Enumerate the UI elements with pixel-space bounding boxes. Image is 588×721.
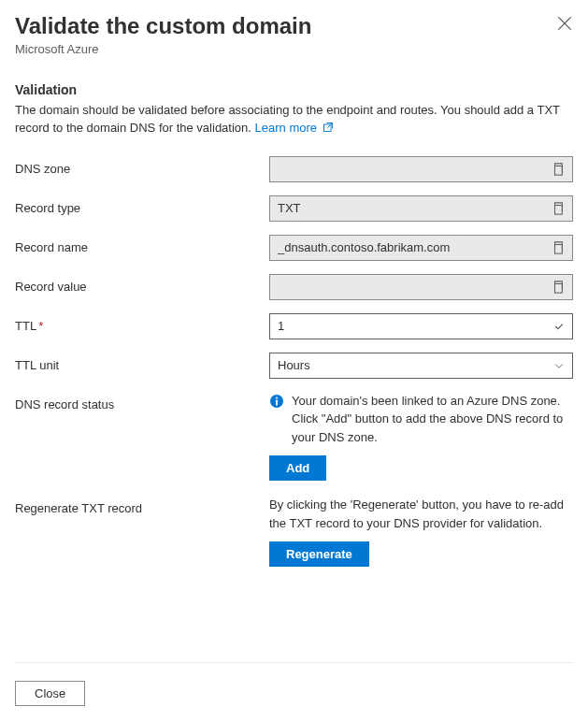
- chevron-down-icon: [553, 360, 565, 371]
- ttl-select[interactable]: 1: [269, 313, 573, 339]
- dns-status-info: Your domain's been linked to an Azure DN…: [269, 392, 573, 447]
- field-dns-status: DNS record status Your domain's been lin…: [15, 392, 573, 482]
- panel-footer: Close: [15, 681, 85, 706]
- ttl-unit-label: TTL unit: [15, 353, 269, 372]
- record-value-input: [269, 274, 573, 300]
- validation-heading: Validation: [15, 82, 573, 97]
- dns-zone-label: DNS zone: [15, 156, 269, 176]
- field-ttl: TTL* 1: [15, 313, 573, 339]
- dns-status-text: Your domain's been linked to an Azure DN…: [292, 392, 573, 447]
- copy-icon[interactable]: [552, 202, 565, 215]
- svg-point-6: [276, 397, 278, 398]
- regenerate-label: Regenerate TXT record: [15, 496, 269, 515]
- svg-rect-1: [555, 166, 563, 175]
- field-record-name: Record name _dnsauth.contoso.fabrikam.co…: [15, 235, 573, 261]
- ttl-label: TTL*: [15, 313, 269, 333]
- panel-header: Validate the custom domain Microsoft Azu…: [15, 13, 573, 56]
- regenerate-description: By clicking the 'Regenerate' button, you…: [269, 496, 573, 532]
- required-indicator: *: [38, 319, 43, 333]
- copy-icon[interactable]: [552, 241, 565, 254]
- field-record-type: Record type TXT: [15, 195, 573, 222]
- ttl-unit-select[interactable]: Hours: [269, 353, 573, 379]
- dns-status-label: DNS record status: [15, 392, 269, 411]
- page-subtitle: Microsoft Azure: [15, 42, 573, 56]
- close-icon[interactable]: [556, 15, 573, 32]
- svg-rect-3: [555, 244, 563, 253]
- record-type-input: TXT: [269, 195, 573, 222]
- copy-icon[interactable]: [552, 281, 565, 294]
- footer-separator: [15, 662, 573, 663]
- field-dns-zone: DNS zone: [15, 156, 573, 182]
- page-title: Validate the custom domain: [15, 13, 573, 40]
- field-record-value: Record value: [15, 274, 573, 300]
- svg-rect-4: [555, 283, 563, 293]
- svg-rect-7: [276, 399, 278, 405]
- record-type-label: Record type: [15, 195, 269, 215]
- info-icon: [269, 394, 284, 409]
- add-button[interactable]: Add: [269, 455, 326, 481]
- record-name-label: Record name: [15, 235, 269, 254]
- validation-description: The domain should be validated before as…: [15, 101, 573, 137]
- svg-rect-2: [555, 205, 563, 214]
- copy-icon[interactable]: [552, 163, 565, 176]
- dns-zone-input: [269, 156, 573, 182]
- checkmark-icon: [553, 321, 565, 332]
- field-ttl-unit: TTL unit Hours: [15, 353, 573, 379]
- field-regenerate: Regenerate TXT record By clicking the 'R…: [15, 496, 573, 567]
- record-name-input: _dnsauth.contoso.fabrikam.com: [269, 235, 573, 261]
- record-value-label: Record value: [15, 274, 269, 294]
- learn-more-link[interactable]: Learn more: [255, 121, 334, 135]
- validation-section: Validation The domain should be validate…: [15, 82, 573, 137]
- close-button[interactable]: Close: [15, 681, 85, 706]
- regenerate-button[interactable]: Regenerate: [269, 541, 369, 567]
